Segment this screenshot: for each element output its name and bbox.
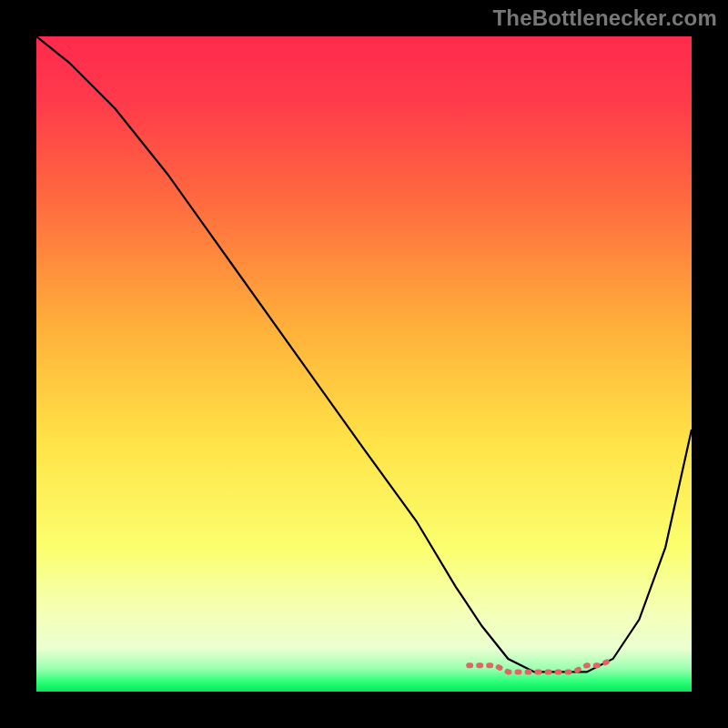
plot-area [36,36,692,692]
bottleneck-curve [36,36,692,672]
chart-frame: TheBottlenecker.com [0,0,728,728]
curve-layer [36,36,692,692]
watermark-text: TheBottlenecker.com [492,5,717,31]
